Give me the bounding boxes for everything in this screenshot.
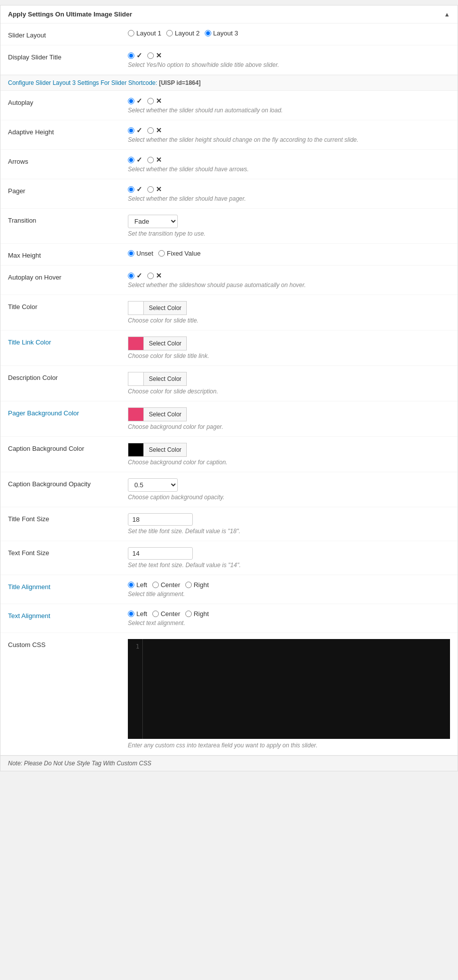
pager-bg-color-button[interactable]: Select Color xyxy=(144,407,187,421)
transition-row: Transition Fade Slide Set the transition… xyxy=(0,209,458,244)
layout2-option[interactable]: Layout 2 xyxy=(166,29,200,37)
title-alignment-hint: Select title alignment. xyxy=(128,591,450,598)
pager-yes-radio[interactable] xyxy=(128,186,134,193)
title-align-center[interactable]: Center xyxy=(152,581,180,589)
autoplay-hover-no[interactable]: ✕ xyxy=(147,272,162,280)
max-height-unset[interactable]: Unset xyxy=(128,250,153,257)
custom-css-hint: Enter any custom css into textarea field… xyxy=(128,742,450,749)
text-alignment-hint: Select text alignment. xyxy=(128,620,450,627)
autoplay-hover-cross-icon: ✕ xyxy=(156,272,162,280)
display-title-yes-radio[interactable] xyxy=(128,52,134,59)
autoplay-yes[interactable]: ✓ xyxy=(128,97,142,105)
pager-bg-color-swatch[interactable] xyxy=(128,407,144,421)
text-align-center-radio[interactable] xyxy=(152,611,159,617)
transition-select[interactable]: Fade Slide xyxy=(128,215,178,228)
description-color-button[interactable]: Select Color xyxy=(144,372,187,386)
autoplay-hover-no-radio[interactable] xyxy=(147,273,154,279)
layout3-label: Layout 3 xyxy=(213,29,238,37)
text-align-right[interactable]: Right xyxy=(185,610,209,618)
title-font-size-input[interactable] xyxy=(128,513,193,526)
adaptive-height-no-radio[interactable] xyxy=(147,127,154,134)
max-height-unset-radio[interactable] xyxy=(128,250,134,257)
caption-bg-color-content: Select Color Choose background color for… xyxy=(128,443,450,466)
title-align-right-radio[interactable] xyxy=(185,582,192,588)
title-align-right[interactable]: Right xyxy=(185,581,209,589)
max-height-row: Max Height Unset Fixed Value xyxy=(0,244,458,266)
title-color-row: Title Color Select Color Choose color fo… xyxy=(0,295,458,330)
layout3-option[interactable]: Layout 3 xyxy=(205,29,238,37)
layout3-radio[interactable] xyxy=(205,30,211,36)
layout1-radio[interactable] xyxy=(128,30,134,36)
arrows-yes-radio[interactable] xyxy=(128,157,134,163)
autoplay-no[interactable]: ✕ xyxy=(147,97,162,105)
max-height-label: Max Height xyxy=(8,250,128,259)
adaptive-height-cross-icon: ✕ xyxy=(156,126,162,134)
panel-header: Apply Settings On Ultimate Image Slider … xyxy=(0,5,458,23)
adaptive-height-yes[interactable]: ✓ xyxy=(128,126,142,134)
layout2-radio[interactable] xyxy=(166,30,173,36)
description-color-hint: Choose color for slide description. xyxy=(128,388,450,395)
text-align-center[interactable]: Center xyxy=(152,610,180,618)
pager-bg-color-hint: Choose background color for pager. xyxy=(128,423,450,430)
arrows-label: Arrows xyxy=(8,156,128,165)
title-align-left[interactable]: Left xyxy=(128,581,147,589)
adaptive-height-yes-radio[interactable] xyxy=(128,127,134,134)
arrows-no-radio[interactable] xyxy=(147,157,154,163)
adaptive-height-no[interactable]: ✕ xyxy=(147,126,162,134)
autoplay-hover-yes-radio[interactable] xyxy=(128,273,134,279)
layout1-option[interactable]: Layout 1 xyxy=(128,29,161,37)
autoplay-yes-radio[interactable] xyxy=(128,98,134,104)
max-height-options: Unset Fixed Value xyxy=(128,250,450,257)
caption-bg-opacity-select[interactable]: 0.10.20.30.4 0.50.60.7 0.80.91.0 xyxy=(128,478,178,492)
arrows-yes[interactable]: ✓ xyxy=(128,156,142,164)
title-link-color-picker: Select Color xyxy=(128,336,450,350)
description-color-label: Description Color xyxy=(8,372,128,381)
title-link-color-swatch[interactable] xyxy=(128,336,144,350)
slider-layout-label: Slider Layout xyxy=(8,29,128,39)
title-link-color-button[interactable]: Select Color xyxy=(144,336,187,350)
note-bar: Note: Please Do Not Use Style Tag With C… xyxy=(0,755,458,771)
caption-bg-opacity-content: 0.10.20.30.4 0.50.60.7 0.80.91.0 Choose … xyxy=(128,478,450,501)
caption-bg-color-swatch[interactable] xyxy=(128,443,144,457)
text-align-left[interactable]: Left xyxy=(128,610,147,618)
display-title-no-radio[interactable] xyxy=(147,52,154,59)
title-font-size-hint: Set the title font size. Default value i… xyxy=(128,528,450,535)
arrows-check-icon: ✓ xyxy=(136,156,142,164)
title-color-content: Select Color Choose color for slide titl… xyxy=(128,301,450,324)
title-alignment-label: Title Alignment xyxy=(8,581,128,591)
caption-bg-color-picker: Select Color xyxy=(128,443,450,457)
text-align-left-radio[interactable] xyxy=(128,611,134,617)
autoplay-hover-content: ✓ ✕ Select whether the slideshow should … xyxy=(128,272,450,289)
pager-bg-color-picker: Select Color xyxy=(128,407,450,421)
arrows-no[interactable]: ✕ xyxy=(147,156,162,164)
title-color-label: Title Color xyxy=(8,301,128,311)
display-title-yes[interactable]: ✓ xyxy=(128,51,142,59)
title-color-swatch[interactable] xyxy=(128,301,144,315)
text-align-right-radio[interactable] xyxy=(185,611,192,617)
panel-collapse-arrow[interactable]: ▲ xyxy=(444,11,450,18)
max-height-fixed[interactable]: Fixed Value xyxy=(158,250,201,257)
max-height-fixed-radio[interactable] xyxy=(158,250,165,257)
transition-hint: Set the transition type to use. xyxy=(128,230,450,237)
caption-bg-opacity-row: Caption Background Opacity 0.10.20.30.4 … xyxy=(0,472,458,507)
arrows-options: ✓ ✕ xyxy=(128,156,450,164)
autoplay-hover-hint: Select whether the slideshow should paus… xyxy=(128,282,450,289)
text-font-size-input[interactable] xyxy=(128,547,193,560)
pager-no[interactable]: ✕ xyxy=(147,185,162,193)
pager-row: Pager ✓ ✕ Select whether the slider shou… xyxy=(0,179,458,209)
autoplay-hover-yes[interactable]: ✓ xyxy=(128,272,142,280)
title-color-button[interactable]: Select Color xyxy=(144,301,187,315)
pager-no-radio[interactable] xyxy=(147,186,154,193)
description-color-swatch[interactable] xyxy=(128,372,144,386)
pager-hint: Select whether the slider should have pa… xyxy=(128,195,450,202)
title-align-left-label: Left xyxy=(136,581,147,589)
display-title-no[interactable]: ✕ xyxy=(147,51,162,59)
autoplay-no-radio[interactable] xyxy=(147,98,154,104)
caption-bg-color-button[interactable]: Select Color xyxy=(144,443,187,457)
custom-css-textarea[interactable] xyxy=(143,639,450,739)
autoplay-hover-check-icon: ✓ xyxy=(136,272,142,280)
title-align-center-radio[interactable] xyxy=(152,582,159,588)
title-align-left-radio[interactable] xyxy=(128,582,134,588)
pager-yes[interactable]: ✓ xyxy=(128,185,142,193)
text-alignment-row: Text Alignment Left Center Right Select … xyxy=(0,604,458,633)
